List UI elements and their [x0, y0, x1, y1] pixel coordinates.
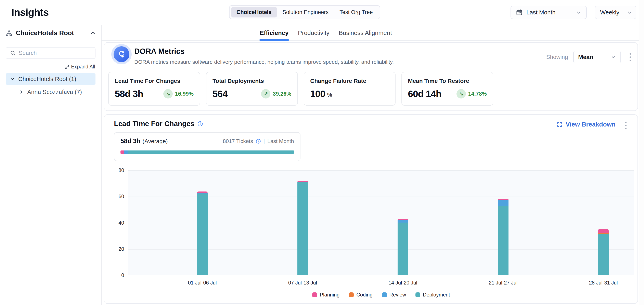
search-icon [10, 50, 16, 56]
chevron-down-icon [627, 9, 632, 15]
trend-badge: ↘ 14.78% [456, 89, 487, 98]
trend-badge: ↗ 39.26% [261, 89, 291, 98]
x-axis-labels: 01 Jul-06 Jul07 Jul-13 Jul14 Jul-20 Jul2… [104, 280, 638, 286]
date-range-value: Last Month [526, 9, 556, 16]
tab-productivity[interactable]: Productivity [298, 25, 329, 41]
card-lead-time-for-changes[interactable]: Lead Time For Changes 58d 3h ↘ 16.99% [108, 72, 200, 106]
scrollbar-track[interactable] [639, 0, 644, 305]
tree-item-choicehotels-root[interactable]: ChoiceHotels Root (1) [6, 73, 96, 85]
segment-planning [598, 229, 609, 233]
legend-item-review[interactable]: Review [382, 292, 406, 298]
org-tab-solution-engineers[interactable]: Solution Engineers [277, 7, 334, 17]
card-value: 60d 14h [408, 88, 441, 99]
bar-14 Jul-20 Jul[interactable] [398, 219, 408, 275]
chart-more-menu-button[interactable] [622, 121, 629, 130]
chevron-down-icon [611, 54, 616, 60]
card-value: 58d 3h [115, 88, 143, 99]
expand-diagonal-icon [64, 64, 69, 69]
dora-subtitle: DORA metrics measure software delivery p… [134, 59, 394, 65]
phase-segment-planning [120, 150, 124, 154]
y-tick-60: 60 [118, 194, 124, 199]
gridline-0 [128, 275, 634, 275]
card-change-failure-rate[interactable]: Change Failure Rate 100 % [304, 72, 396, 106]
view-breakdown-label: View Breakdown [566, 121, 616, 128]
org-tab-choicehotels[interactable]: ChoiceHotels [231, 7, 277, 17]
dora-metrics-panel: DORA Metrics DORA metrics measure softwa… [104, 42, 638, 111]
phase-distribution-bar [120, 150, 294, 154]
sidebar-search [6, 47, 96, 59]
bar-07 Jul-13 Jul[interactable] [298, 181, 308, 275]
x-tick-01 Jul-06 Jul: 01 Jul-06 Jul [188, 280, 217, 286]
segment-deployment [498, 206, 508, 275]
chevron-down-icon[interactable] [10, 76, 15, 82]
stacked-bar-chart [128, 170, 634, 275]
legend-swatch [349, 293, 354, 297]
card-title: Total Deployments [212, 78, 291, 84]
showing-select[interactable]: Mean [573, 51, 621, 63]
lead-time-chart-panel: Lead Time For Changes View Breakdown [104, 114, 638, 304]
main-content: Efficiency Productivity Business Alignme… [102, 25, 644, 305]
dora-cycle-icon [114, 46, 130, 62]
delta-value: 14.78% [468, 91, 487, 97]
bar-28 Jul-31 Jul[interactable] [598, 229, 609, 275]
showing-label: Showing [546, 54, 568, 60]
view-breakdown-button[interactable]: View Breakdown [557, 121, 616, 128]
card-unit: % [327, 92, 332, 98]
chevron-down-icon [576, 9, 582, 15]
tab-efficiency[interactable]: Efficiency [260, 25, 289, 41]
info-icon[interactable] [256, 138, 261, 144]
card-mean-time-to-restore[interactable]: Mean Time To Restore 60d 14h ↘ 14.78% [402, 72, 493, 106]
segment-planning [398, 219, 408, 220]
separator: | [264, 138, 265, 144]
legend-swatch [382, 293, 387, 297]
phase-segment-review [124, 150, 128, 154]
summary-period: Last Month [267, 138, 294, 144]
phase-segment-deployment [128, 150, 294, 154]
date-range-select[interactable]: Last Month [510, 6, 587, 19]
tree-item-label: ChoiceHotels Root (1) [18, 76, 76, 82]
segment-deployment [298, 182, 308, 275]
legend-item-coding[interactable]: Coding [349, 292, 372, 298]
segment-deployment [398, 223, 408, 275]
trend-down-arrow-icon: ↘ [163, 89, 173, 98]
card-total-deployments[interactable]: Total Deployments 564 ↗ 39.26% [206, 72, 298, 106]
org-tree-icon [5, 29, 12, 36]
tree-item-anna-scozzafava[interactable]: Anna Scozzafava (7) [6, 86, 96, 98]
segment-deployment [598, 234, 609, 275]
legend-swatch [416, 293, 420, 297]
search-input[interactable] [19, 50, 92, 56]
section-title: Lead Time For Changes [114, 120, 194, 128]
dora-more-menu-button[interactable] [626, 51, 634, 63]
legend-item-planning[interactable]: Planning [312, 292, 340, 298]
showing-value: Mean [578, 54, 608, 60]
x-tick-14 Jul-20 Jul: 14 Jul-20 Jul [388, 280, 417, 286]
collapse-chevron-up-icon[interactable] [90, 30, 96, 36]
delta-value: 16.99% [175, 91, 194, 97]
card-title: Mean Time To Restore [408, 78, 487, 84]
tab-business-alignment[interactable]: Business Alignment [339, 25, 392, 41]
delta-value: 39.26% [273, 91, 291, 97]
segment-review [498, 200, 508, 206]
legend-item-deployment[interactable]: Deployment [416, 292, 450, 298]
x-tick-07 Jul-13 Jul: 07 Jul-13 Jul [288, 280, 317, 286]
granularity-select[interactable]: Weekly [595, 6, 636, 19]
org-tab-test-org-tree[interactable]: Test Org Tree [334, 7, 378, 17]
tree-item-label: Anna Scozzafava (7) [27, 89, 82, 95]
card-title: Lead Time For Changes [115, 78, 194, 84]
info-icon[interactable] [197, 121, 203, 127]
trend-up-arrow-icon: ↗ [261, 89, 270, 98]
segment-review [398, 220, 408, 222]
expand-all-button[interactable]: Expand All [6, 64, 95, 70]
sidebar-root-title: ChoiceHotels Root [16, 29, 86, 37]
card-value: 100 [310, 88, 325, 99]
dora-metric-cards: Lead Time For Changes 58d 3h ↘ 16.99% To… [108, 72, 493, 106]
bar-21 Jul-27 Jul[interactable] [498, 199, 508, 275]
chevron-right-icon[interactable] [19, 89, 24, 95]
org-tree-sidebar: ChoiceHotels Root Expand All [0, 25, 102, 305]
y-tick-20: 20 [118, 246, 124, 252]
summary-qualifier: (Average) [142, 138, 168, 145]
summary-value: 58d 3h [120, 137, 140, 145]
lead-time-summary-card: 58d 3h (Average) 8017 Tickets | Last Mon… [114, 132, 300, 161]
y-tick-40: 40 [118, 220, 124, 226]
bar-01 Jul-06 Jul[interactable] [197, 192, 208, 275]
